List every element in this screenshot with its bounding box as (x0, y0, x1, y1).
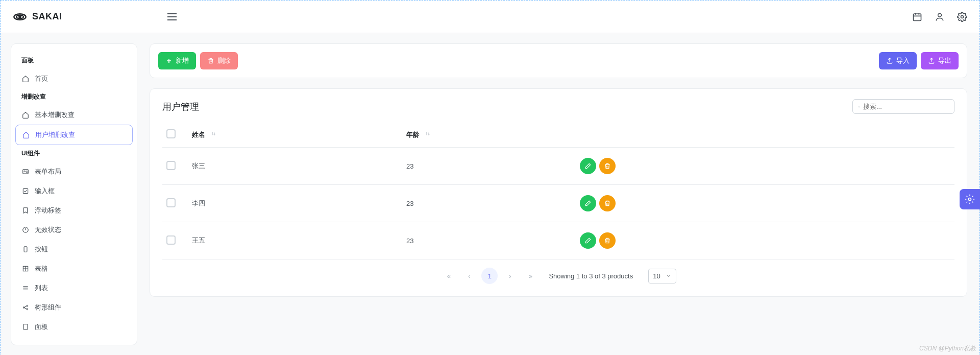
svg-point-2 (19, 16, 21, 18)
svg-rect-15 (23, 324, 28, 330)
column-header-age[interactable]: 年龄 (402, 122, 576, 148)
check-square-icon (21, 187, 30, 195)
page-next-button[interactable]: › (502, 268, 518, 284)
import-button-label: 导入 (896, 56, 910, 65)
svg-point-7 (24, 171, 25, 172)
home-icon (22, 131, 30, 139)
sidebar-item[interactable]: 面板 (15, 317, 133, 337)
select-all-checkbox[interactable] (166, 129, 176, 138)
search-box[interactable] (852, 99, 954, 114)
svg-point-14 (27, 309, 28, 310)
row-delete-button[interactable] (599, 158, 616, 174)
delete-button[interactable]: 删除 (200, 52, 238, 69)
sidebar: 面板首页增删改查基本增删改查用户增删改查UI组件表单布局输入框浮动标签无效状态按… (11, 43, 137, 345)
list-icon (21, 284, 30, 292)
brand-text: SAKAI (32, 11, 62, 22)
nav-section-title: UI组件 (15, 145, 133, 162)
share-icon (21, 303, 30, 312)
sidebar-item-label: 表格 (35, 264, 48, 273)
sidebar-item[interactable]: 首页 (15, 69, 133, 88)
svg-rect-8 (23, 188, 28, 193)
sidebar-item[interactable]: 无效状态 (15, 220, 133, 240)
table-row: 李四23 (162, 185, 954, 222)
menu-toggle-icon[interactable] (164, 10, 180, 23)
sidebar-item[interactable]: 输入框 (15, 181, 133, 201)
calendar-icon[interactable] (912, 12, 922, 22)
watermark: CSDN @Python私教 (919, 344, 976, 353)
table-icon (21, 265, 30, 273)
page-last-button[interactable]: » (522, 268, 538, 284)
edit-button[interactable] (580, 158, 596, 174)
svg-point-16 (859, 106, 860, 107)
add-button[interactable]: 新增 (158, 52, 196, 69)
column-header-name[interactable]: 姓名 (188, 122, 402, 148)
add-button-label: 新增 (176, 56, 189, 65)
trash-icon (604, 237, 611, 244)
svg-point-5 (961, 15, 964, 18)
toolbar: 新增 删除 导入 导出 (150, 43, 967, 78)
svg-point-17 (969, 198, 971, 201)
data-table: 姓名 年龄 张三23李四23王五23 (162, 122, 954, 259)
sidebar-item[interactable]: 基本增删改查 (15, 105, 133, 125)
svg-rect-10 (24, 247, 27, 252)
sidebar-item-label: 用户增删改查 (35, 130, 75, 139)
home-icon (21, 75, 30, 83)
sidebar-item-label: 列表 (35, 283, 48, 293)
sidebar-item-label: 基本增删改查 (35, 110, 75, 120)
pencil-icon (584, 200, 592, 207)
nav-section-title: 面板 (15, 52, 133, 69)
cell-name: 张三 (188, 148, 402, 185)
page-prev-button[interactable]: ‹ (461, 268, 477, 284)
sidebar-item-label: 面板 (35, 322, 48, 332)
theme-settings-button[interactable] (960, 189, 980, 209)
edit-button[interactable] (580, 195, 596, 211)
row-delete-button[interactable] (599, 232, 616, 249)
sidebar-item[interactable]: 用户增删改查 (15, 125, 133, 145)
cell-age: 23 (402, 222, 576, 259)
sidebar-item-label: 首页 (35, 74, 48, 83)
svg-point-4 (938, 13, 942, 17)
edit-button[interactable] (580, 232, 596, 249)
search-input[interactable] (863, 103, 949, 110)
sidebar-item[interactable]: 树形组件 (15, 298, 133, 317)
home-icon (21, 111, 30, 119)
sidebar-item[interactable]: 表单布局 (15, 162, 133, 181)
row-checkbox[interactable] (166, 198, 176, 207)
page-size-select[interactable]: 10 (648, 269, 676, 283)
svg-point-13 (27, 305, 28, 306)
export-button[interactable]: 导出 (921, 52, 959, 69)
sidebar-item-label: 输入框 (35, 186, 55, 196)
row-checkbox[interactable] (166, 161, 176, 170)
settings-icon[interactable] (957, 12, 967, 22)
user-icon[interactable] (935, 12, 945, 22)
plus-icon (165, 57, 173, 64)
sidebar-item[interactable]: 表格 (15, 259, 133, 278)
page-number-button[interactable]: 1 (481, 268, 498, 284)
sidebar-item[interactable]: 浮动标签 (15, 201, 133, 220)
table-row: 张三23 (162, 148, 954, 185)
row-checkbox[interactable] (166, 235, 176, 245)
sort-icon (425, 131, 431, 137)
upload-icon (886, 57, 893, 64)
svg-rect-6 (23, 170, 29, 174)
sidebar-item[interactable]: 列表 (15, 278, 133, 298)
delete-button-label: 删除 (217, 56, 231, 65)
nav-section-title: 增删改查 (15, 88, 133, 105)
tablet-icon (21, 323, 30, 331)
data-card: 用户管理 姓名 年龄 (150, 88, 967, 297)
id-card-icon (21, 168, 30, 176)
sidebar-item-label: 按钮 (35, 245, 48, 254)
paginator-info: Showing 1 to 3 of 3 products (549, 272, 633, 280)
logo: SAKAI (13, 10, 62, 24)
import-button[interactable]: 导入 (879, 52, 917, 69)
gear-icon (965, 194, 975, 204)
row-delete-button[interactable] (599, 195, 616, 211)
bookmark-icon (21, 206, 30, 215)
warning-icon (21, 226, 30, 234)
svg-rect-3 (914, 14, 921, 20)
page-first-button[interactable]: « (440, 268, 457, 284)
sidebar-item[interactable]: 按钮 (15, 240, 133, 259)
pencil-icon (584, 162, 592, 170)
logo-icon (13, 10, 27, 24)
trash-icon (604, 162, 611, 170)
